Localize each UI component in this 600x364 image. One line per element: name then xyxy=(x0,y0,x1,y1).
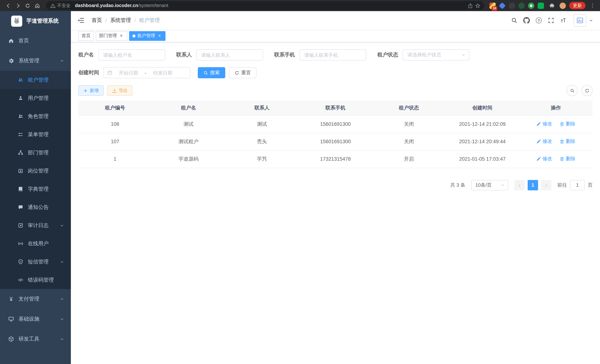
refresh-icon xyxy=(234,70,239,75)
tenant-status-select[interactable]: 请选择租户状态 xyxy=(403,49,469,60)
home-icon xyxy=(8,38,14,44)
date-start-input[interactable] xyxy=(114,70,143,75)
sidebar-item-home[interactable]: 首页 xyxy=(0,31,71,51)
share-icon[interactable] xyxy=(466,2,474,9)
gear-icon xyxy=(8,58,14,64)
delete-link[interactable]: 删除 xyxy=(560,138,575,145)
create-time-label: 创建时间 xyxy=(78,69,99,76)
sidebar-item-system[interactable]: 系统管理 xyxy=(0,51,71,71)
people-icon xyxy=(18,113,23,119)
edit-link[interactable]: 修改 xyxy=(536,156,552,162)
phone-label: 联系手机 xyxy=(274,52,295,58)
extension-icon-greensquare[interactable] xyxy=(538,2,544,9)
phone-input[interactable] xyxy=(300,49,366,60)
delete-link[interactable]: 删除 xyxy=(560,121,575,127)
sidebar-item-sms[interactable]: 短信管理 xyxy=(0,253,71,271)
extension-icon-adblock[interactable]: 10 xyxy=(489,2,496,9)
browser-chrome: 不安全 dashboard.yudao.iocoder.cn/system/te… xyxy=(0,0,600,11)
export-button[interactable]: 导出 xyxy=(107,85,132,96)
github-icon[interactable] xyxy=(522,16,531,25)
system-submenu: 租户管理 用户管理 角色管理 菜单管理 xyxy=(0,71,71,289)
sidebar-item-dept[interactable]: 部门管理 xyxy=(0,144,71,162)
cube-icon xyxy=(8,336,14,342)
update-button[interactable]: 更新 xyxy=(569,2,586,9)
search-icon xyxy=(203,70,208,75)
add-button[interactable]: 新增 xyxy=(78,85,103,96)
edit-link[interactable]: 修改 xyxy=(536,121,552,127)
tab-dept[interactable]: 部门管理× xyxy=(96,31,127,41)
app-logo[interactable]: 芋道管理系统 xyxy=(0,11,71,31)
tenant-table: 租户编号 租户名 联系人 联系手机 租户状态 创建时间 操作 108 测试 xyxy=(78,101,593,168)
extension-icon-dark[interactable] xyxy=(509,2,515,9)
extensions-puzzle-icon[interactable] xyxy=(547,1,556,10)
tab-home[interactable]: 首页 xyxy=(78,31,94,41)
tab-tenant[interactable]: 租户管理× xyxy=(129,31,166,41)
browser-menu-dots-icon[interactable]: ⋮ xyxy=(589,3,596,9)
extension-icon-diamond[interactable] xyxy=(499,2,505,9)
security-warning-icon[interactable] xyxy=(49,2,56,9)
chevron-down-icon xyxy=(461,53,466,57)
sidebar-item-error-code[interactable]: 错误码管理 xyxy=(0,271,71,289)
browser-profile-avatar[interactable] xyxy=(560,2,566,9)
search-icon xyxy=(570,88,575,93)
filter-row-1: 租户名 联系人 联系手机 租户状态 请选择租户状态 xyxy=(78,49,593,60)
forward-icon[interactable] xyxy=(13,1,22,10)
plus-icon xyxy=(83,88,88,93)
chevron-down-icon xyxy=(501,183,505,187)
chevron-down-icon xyxy=(60,260,64,264)
status-text: 关闭 xyxy=(372,133,446,150)
sidebar-item-post[interactable]: 岗位管理 xyxy=(0,162,71,180)
sidebar-item-audit-log[interactable]: 审计日志 xyxy=(0,216,71,234)
home-icon[interactable] xyxy=(33,1,42,10)
page-number-button[interactable]: 1 xyxy=(528,180,538,190)
extension-icon-green[interactable] xyxy=(528,2,534,9)
sidebar-item-menu[interactable]: 菜单管理 xyxy=(0,125,71,144)
url-text: dashboard.yudao.iocoder.cn/system/tenant xyxy=(75,3,466,8)
hamburger-fold-icon[interactable] xyxy=(77,16,85,25)
reset-button[interactable]: 重置 xyxy=(229,67,256,78)
sidebar-item-role[interactable]: 角色管理 xyxy=(0,107,71,125)
sidebar-item-tenant[interactable]: 租户管理 xyxy=(0,71,71,89)
extension-icon-darkgreen[interactable] xyxy=(518,2,525,9)
contact-input[interactable] xyxy=(196,49,263,60)
user-icon xyxy=(18,95,23,101)
search-button[interactable]: 搜索 xyxy=(198,67,225,78)
address-bar[interactable]: 不安全 dashboard.yudao.iocoder.cn/system/te… xyxy=(46,1,484,10)
close-icon[interactable]: × xyxy=(119,33,124,38)
header-search-icon[interactable] xyxy=(509,16,519,25)
fullscreen-icon[interactable] xyxy=(546,16,556,25)
edit-pencil-icon xyxy=(536,157,541,161)
delete-link[interactable]: 删除 xyxy=(560,156,575,162)
sidebar-item-user[interactable]: 用户管理 xyxy=(0,89,71,107)
sidebar-item-infra[interactable]: 基础设施 xyxy=(0,309,71,329)
refresh-table-button[interactable] xyxy=(581,85,593,96)
sidebar-item-online-user[interactable]: 在线用户 xyxy=(0,234,71,253)
sidebar-item-dev-tools[interactable]: 研发工具 xyxy=(0,329,71,349)
create-time-range-picker[interactable]: - xyxy=(103,67,190,78)
tenant-name-label: 租户名 xyxy=(78,52,94,58)
page-size-select[interactable]: 10条/页 xyxy=(471,180,508,190)
breadcrumb: 首页 / 系统管理 / 租户管理 xyxy=(92,17,160,24)
close-icon[interactable]: × xyxy=(157,33,162,38)
prev-page-button[interactable]: ‹ xyxy=(514,180,525,190)
next-page-button[interactable]: › xyxy=(541,180,551,190)
edit-link[interactable]: 修改 xyxy=(536,138,552,145)
contact-label: 联系人 xyxy=(176,52,192,58)
date-end-input[interactable] xyxy=(148,70,177,75)
bookmark-star-icon[interactable] xyxy=(474,2,481,9)
user-avatar[interactable] xyxy=(574,14,586,27)
font-size-icon[interactable] xyxy=(558,16,568,25)
breadcrumb-system[interactable]: 系统管理 xyxy=(110,17,131,24)
goto-page-input[interactable] xyxy=(570,180,585,190)
sidebar-item-pay[interactable]: 支付管理 xyxy=(0,289,71,309)
breadcrumb-home[interactable]: 首页 xyxy=(92,17,102,24)
sidebar-item-dict[interactable]: 字典管理 xyxy=(0,180,71,198)
toggle-search-button[interactable] xyxy=(567,85,578,96)
security-warning-text: 不安全 xyxy=(57,2,71,9)
back-icon[interactable] xyxy=(4,1,13,10)
help-question-icon[interactable]: ? xyxy=(534,16,544,25)
tenant-name-input[interactable] xyxy=(98,49,165,60)
reload-icon[interactable] xyxy=(23,1,32,10)
sidebar-item-notice[interactable]: 通知公告 xyxy=(0,198,71,216)
avatar-caret-down-icon[interactable] xyxy=(589,18,593,23)
